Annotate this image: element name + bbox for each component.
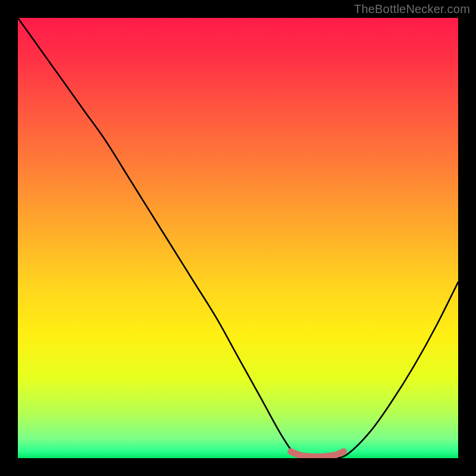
watermark-text: TheBottleNecker.com bbox=[354, 2, 470, 16]
plot-area bbox=[18, 18, 458, 458]
bottleneck-curve bbox=[18, 18, 458, 458]
optimal-marker bbox=[291, 452, 344, 457]
curve-layer bbox=[18, 18, 458, 458]
chart-frame: TheBottleNecker.com bbox=[0, 0, 476, 476]
